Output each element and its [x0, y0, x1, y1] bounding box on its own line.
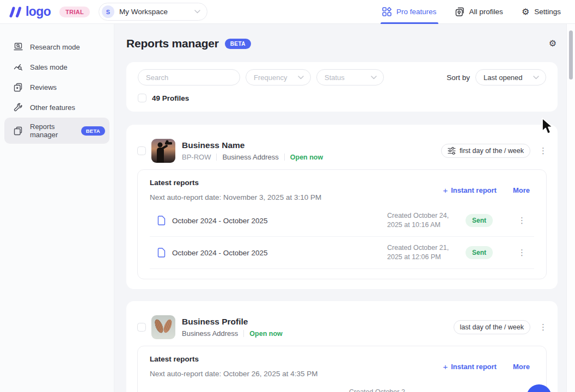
- trial-badge: TRIAL: [59, 7, 90, 17]
- kebab-menu-icon[interactable]: ⋮: [539, 322, 547, 332]
- sidebar-item-label: Research mode: [30, 43, 80, 51]
- report-row[interactable]: October 2024 - October 2025 Created Octo…: [150, 205, 534, 237]
- instant-report-button[interactable]: +Instant report: [443, 186, 497, 195]
- business-checkbox[interactable]: [137, 323, 146, 332]
- topbar: logo TRIAL S My Workspace Pro features: [0, 0, 575, 24]
- schedule-badge[interactable]: last day of the / week: [454, 320, 530, 334]
- latest-reports-title: Latest reports: [150, 355, 317, 363]
- chevron-down-icon: [533, 76, 539, 79]
- sidebar-item-label: Sales mode: [30, 63, 68, 71]
- sort-select[interactable]: Last opened: [475, 69, 546, 85]
- sidebar-item-label: Reports manager: [30, 122, 73, 139]
- chevron-down-icon: [371, 76, 377, 79]
- business-address: Business Address: [222, 153, 278, 161]
- report-status-badge: Sent: [466, 246, 493, 259]
- scrollbar-thumb[interactable]: [569, 30, 573, 79]
- business-code: BP-ROW: [182, 153, 211, 161]
- nav-pro-features-label: Pro features: [396, 8, 437, 16]
- nav-settings-label: Settings: [534, 8, 561, 16]
- business-name: Business Profile: [182, 317, 283, 327]
- beta-badge: BETA: [81, 126, 105, 136]
- kebab-menu-icon[interactable]: ⋮: [518, 248, 525, 258]
- report-row[interactable]: October 2024 - October 2025 Created Octo…: [150, 237, 534, 269]
- filter-panel: Frequency Status Sort by Last opened 49 …: [126, 62, 558, 112]
- sidebar-item-sales-mode[interactable]: Sales mode: [4, 57, 109, 77]
- more-button[interactable]: More: [513, 186, 530, 194]
- nav-all-profiles[interactable]: All profiles: [455, 0, 503, 24]
- business-address: Business Address: [182, 329, 238, 338]
- profiles-count: 49 Profiles: [152, 94, 189, 102]
- next-report-date: Next auto-report date: October 26, 2025 …: [150, 370, 317, 378]
- open-status: Open now: [249, 330, 282, 338]
- sort-by-label: Sort by: [446, 74, 470, 82]
- chart-search-icon: [13, 62, 23, 72]
- workspace-selector[interactable]: S My Workspace: [99, 3, 207, 21]
- status-select-value: Status: [325, 74, 345, 82]
- sidebar-item-reports-manager[interactable]: Reports manager BETA: [4, 118, 109, 144]
- business-photo: [151, 315, 175, 339]
- sidebar-item-label: Other features: [30, 103, 75, 112]
- report-title: October 2024 - October 2025: [172, 249, 268, 257]
- instant-report-button[interactable]: +Instant report: [443, 362, 497, 371]
- sidebar-item-label: Reviews: [30, 83, 57, 91]
- sidebar-item-other-features[interactable]: Other features: [4, 97, 109, 117]
- workspace-avatar: S: [102, 5, 114, 18]
- nav-pro-features[interactable]: Pro features: [382, 0, 437, 24]
- business-photo: [151, 139, 175, 163]
- kebab-menu-icon[interactable]: ⋮: [539, 146, 547, 156]
- profiles-icon: [455, 7, 464, 16]
- report-row[interactable]: Created October 2: [150, 381, 534, 392]
- workspace-name: My Workspace: [119, 8, 189, 16]
- reports-icon: [13, 126, 23, 136]
- document-icon: [157, 216, 166, 225]
- report-created: Created October 24, 2025 at 10:16 AM: [387, 211, 456, 230]
- report-created: Created October 2: [349, 388, 418, 392]
- page-settings-gear-icon[interactable]: ⚙: [549, 38, 556, 48]
- divider: [243, 330, 244, 337]
- main-area: Reports manager BETA ⚙ Frequency Status …: [114, 24, 575, 392]
- kebab-menu-icon[interactable]: ⋮: [518, 216, 525, 225]
- latest-reports-panel: Latest reports Next auto-report date: Oc…: [137, 346, 547, 392]
- chevron-down-icon: [194, 10, 200, 14]
- business-card: Business Profile Business Address Open n…: [126, 301, 558, 392]
- chevron-down-icon: [298, 76, 304, 79]
- sidebar-item-research-mode[interactable]: Research mode: [4, 37, 109, 57]
- report-created: Created October 21, 2025 at 12:06 PM: [387, 243, 456, 262]
- schedule-badge-label: first day of the / week: [460, 147, 524, 155]
- plus-icon: +: [443, 362, 448, 371]
- status-select[interactable]: Status: [316, 69, 384, 85]
- logo-text: logo: [26, 4, 51, 19]
- more-button[interactable]: More: [513, 363, 530, 371]
- next-report-date: Next auto-report date: November 3, 2025 …: [150, 193, 321, 201]
- scrollbar-track: [566, 24, 575, 392]
- plus-icon: +: [443, 186, 448, 195]
- nav-all-profiles-label: All profiles: [469, 8, 503, 16]
- gear-icon: ⚙: [522, 8, 529, 16]
- laptop-search-icon: [13, 42, 23, 52]
- page-title: Reports manager: [126, 37, 219, 50]
- select-all-checkbox[interactable]: [138, 94, 146, 102]
- search-input[interactable]: [138, 69, 240, 85]
- sliders-icon: [448, 147, 456, 155]
- sidebar-item-reviews[interactable]: Reviews: [4, 77, 109, 97]
- business-checkbox[interactable]: [137, 146, 146, 155]
- open-status: Open now: [290, 154, 323, 161]
- logo-icon: [8, 6, 22, 18]
- reviews-icon: [13, 82, 23, 92]
- frequency-select[interactable]: Frequency: [246, 69, 311, 85]
- sidebar: Research mode Sales mode Reviews Ot: [0, 24, 114, 392]
- schedule-badge-label: last day of the / week: [460, 323, 524, 331]
- schedule-badge[interactable]: first day of the / week: [441, 144, 530, 158]
- grid-icon: [382, 7, 392, 16]
- business-card: Business Name BP-ROW Business Address Op…: [126, 125, 558, 289]
- divider: [216, 154, 217, 161]
- report-status-badge: Sent: [466, 214, 493, 227]
- divider: [284, 154, 285, 161]
- sort-select-value: Last opened: [484, 74, 523, 82]
- logo[interactable]: logo: [8, 4, 51, 19]
- page-beta-badge: BETA: [225, 39, 251, 49]
- business-name: Business Name: [182, 140, 323, 150]
- topbar-nav: Pro features All profiles ⚙ Settings: [382, 0, 561, 24]
- frequency-select-value: Frequency: [254, 74, 287, 82]
- nav-settings[interactable]: ⚙ Settings: [522, 0, 561, 24]
